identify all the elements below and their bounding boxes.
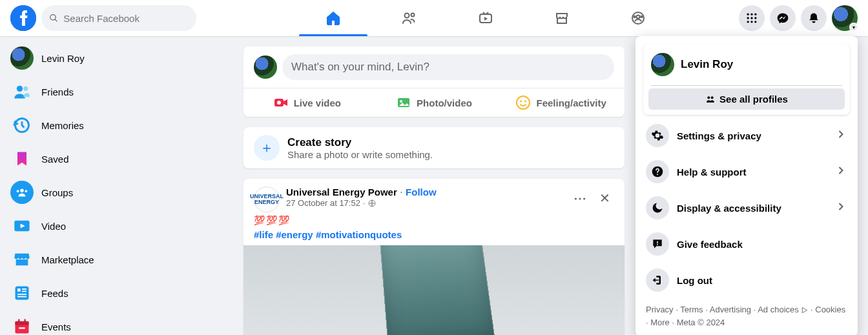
menu-item-help[interactable]: Help & support — [641, 154, 852, 190]
profile-name: Levin Roy — [681, 58, 733, 71]
menu-item-label: Settings & privacy — [677, 130, 827, 141]
svg-point-22 — [20, 189, 24, 193]
post-header-actions: ⋯ ✕ — [570, 187, 614, 210]
feed-post: UNIVERSAL ENERGY Universal Energy Power … — [243, 179, 625, 335]
search-input[interactable] — [63, 13, 189, 24]
building-illustration — [377, 245, 495, 335]
menu-item-settings[interactable]: Settings & privacy — [641, 117, 852, 154]
divider — [651, 85, 842, 86]
post-page-avatar[interactable]: UNIVERSAL ENERGY — [254, 187, 280, 212]
post-follow-link[interactable]: Follow — [406, 187, 437, 198]
video-icon — [10, 214, 34, 238]
svg-point-44 — [517, 96, 530, 109]
sidebar-item-label: Saved — [41, 154, 69, 165]
feed-column: What's on your mind, Levin? Live video P… — [243, 36, 625, 335]
facebook-logo[interactable] — [10, 5, 36, 31]
feeds-icon — [10, 281, 34, 305]
menu-item-label: Display & accessibility — [677, 203, 827, 214]
live-video-button[interactable]: Live video — [243, 88, 371, 117]
composer-avatar[interactable] — [254, 56, 277, 79]
sidebar-item-feeds[interactable]: Feeds — [5, 276, 227, 310]
sidebar-item-memories[interactable]: Memories — [5, 108, 227, 142]
plus-icon: ＋ — [254, 135, 280, 161]
messenger-button[interactable] — [770, 5, 796, 31]
nav-marketplace[interactable] — [526, 0, 597, 36]
header-nav — [232, 0, 739, 36]
menu-grid-button[interactable] — [739, 5, 765, 31]
svg-point-46 — [524, 101, 526, 103]
menu-item-display[interactable]: Display & accessibility — [641, 190, 852, 226]
post-timestamp[interactable]: 27 October at 17:52 · — [286, 198, 563, 208]
nav-friends[interactable] — [374, 0, 445, 36]
logout-icon — [646, 269, 669, 292]
sidebar-item-profile[interactable]: Levin Roy — [5, 41, 227, 75]
svg-point-16 — [747, 21, 749, 23]
post-emoji-row: 💯💯💯 — [254, 215, 614, 225]
sidebar-item-saved[interactable]: Saved — [5, 142, 227, 176]
messenger-icon — [776, 12, 789, 25]
notifications-button[interactable] — [801, 5, 827, 31]
post-meta: Universal Energy Power · Follow 27 Octob… — [286, 187, 563, 208]
search-box[interactable] — [41, 5, 196, 31]
grid-icon — [745, 12, 758, 25]
sidebar-item-groups[interactable]: Groups — [5, 176, 227, 209]
footer-link-advertising[interactable]: Advertising — [710, 305, 751, 314]
sidebar-item-label: Events — [41, 321, 71, 332]
footer-link-privacy[interactable]: Privacy — [646, 305, 674, 314]
menu-item-label: Log out — [677, 275, 847, 286]
menu-item-feedback[interactable]: Give feedback — [641, 226, 852, 262]
post-image[interactable] — [243, 245, 625, 335]
chevron-right-icon — [834, 164, 847, 179]
svg-point-7 — [637, 15, 640, 19]
svg-point-19 — [17, 86, 23, 92]
saved-icon — [10, 147, 34, 170]
sidebar-item-label: Video — [41, 221, 66, 232]
svg-point-15 — [754, 17, 756, 19]
footer-link-terms[interactable]: Terms — [680, 305, 703, 314]
svg-point-14 — [750, 17, 752, 19]
post-body: 💯💯💯 #life #energy #motivationquotes — [243, 215, 625, 245]
footer-link-adchoices[interactable]: Ad choices — [758, 305, 799, 314]
footer-link-more[interactable]: More — [650, 318, 670, 327]
header-left — [0, 5, 232, 31]
sidebar-item-video[interactable]: Video — [5, 209, 227, 243]
live-video-icon — [273, 95, 289, 110]
sidebar-item-events[interactable]: Events — [5, 310, 227, 335]
see-all-profiles-button[interactable]: See all profiles — [648, 88, 845, 110]
feeling-button[interactable]: Feeling/activity — [497, 88, 625, 117]
groups-icon — [10, 181, 34, 204]
create-story-card[interactable]: ＋ Create story Share a photo or write so… — [243, 127, 625, 168]
nav-video[interactable] — [450, 0, 521, 36]
sidebar-item-friends[interactable]: Friends — [5, 75, 227, 108]
post-page-name[interactable]: Universal Energy Power — [286, 187, 397, 198]
composer-top: What's on your mind, Levin? — [243, 46, 625, 88]
photo-video-button[interactable]: Photo/video — [371, 88, 498, 117]
svg-rect-27 — [17, 289, 21, 292]
post-hashtags[interactable]: #life #energy #motivationquotes — [254, 229, 614, 240]
footer-link-cookies[interactable]: Cookies — [815, 305, 845, 314]
create-story-subtitle: Share a photo or write something. — [287, 149, 433, 160]
moon-icon — [646, 196, 669, 219]
sidebar-item-label: Levin Roy — [41, 53, 85, 64]
svg-point-45 — [520, 101, 522, 103]
composer-prompt[interactable]: What's on your mind, Levin? — [282, 54, 614, 80]
sidebar-item-label: Groups — [41, 187, 73, 198]
nav-home[interactable] — [298, 0, 369, 36]
menu-item-logout[interactable]: Log out — [641, 262, 852, 298]
top-header: ▾ — [0, 0, 868, 36]
nav-groups[interactable] — [603, 0, 674, 36]
sidebar-item-marketplace[interactable]: Marketplace — [5, 243, 227, 276]
svg-point-24 — [25, 190, 28, 192]
post-more-button[interactable]: ⋯ — [570, 187, 590, 210]
photo-icon — [396, 95, 411, 110]
svg-point-1 — [50, 15, 56, 20]
svg-rect-52 — [657, 241, 658, 243]
svg-rect-26 — [16, 287, 29, 300]
svg-point-4 — [411, 14, 415, 17]
profile-link[interactable]: Levin Roy — [646, 46, 847, 83]
live-video-label: Live video — [294, 97, 341, 108]
svg-rect-30 — [17, 294, 26, 295]
account-avatar-button[interactable]: ▾ — [832, 5, 858, 31]
svg-point-10 — [747, 14, 749, 15]
post-close-button[interactable]: ✕ — [595, 187, 614, 210]
